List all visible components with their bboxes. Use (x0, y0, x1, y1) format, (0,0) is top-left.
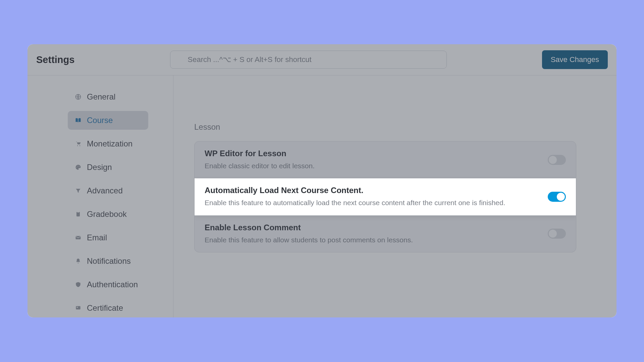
sidebar-item-label: Certificate (87, 303, 123, 313)
filter-icon (74, 187, 82, 194)
sidebar-item-certificate[interactable]: Certificate (68, 299, 148, 317)
clipboard-icon (74, 210, 82, 218)
settings-window: Settings Save Changes GeneralCourseMonet… (28, 44, 616, 317)
badge-icon (74, 304, 82, 312)
setting-title: WP Editor for Lesson (205, 149, 538, 158)
save-changes-button[interactable]: Save Changes (542, 50, 608, 69)
sidebar-item-design[interactable]: Design (68, 158, 148, 177)
svg-rect-6 (76, 212, 80, 216)
toggle-knob (549, 156, 557, 164)
setting-row: Enable Lesson CommentEnable this feature… (195, 216, 576, 252)
bell-icon (74, 257, 82, 265)
sidebar-item-label: Email (87, 233, 107, 242)
sidebar-item-label: Notifications (87, 256, 131, 266)
setting-text: Automatically Load Next Course Content.E… (205, 186, 548, 207)
toggle-switch[interactable] (548, 229, 566, 239)
sidebar-item-label: Course (87, 116, 113, 125)
setting-row: WP Editor for LessonEnable classic edito… (195, 141, 576, 178)
svg-point-5 (79, 166, 80, 167)
svg-point-4 (77, 166, 78, 167)
globe-icon (74, 93, 82, 101)
search-wrap (88, 51, 528, 69)
sidebar-item-general[interactable]: General (68, 87, 148, 106)
toggle-switch[interactable] (548, 192, 566, 202)
sidebar-item-notifications[interactable]: Notifications (68, 252, 148, 270)
palette-icon (74, 164, 82, 171)
sidebar-item-advanced[interactable]: Advanced (68, 181, 148, 200)
svg-point-3 (76, 167, 77, 168)
header: Settings Save Changes (28, 44, 616, 75)
body: GeneralCourseMonetizationDesignAdvancedG… (28, 75, 616, 317)
setting-description: Enable classic editor to edit lesson. (205, 161, 538, 171)
svg-point-1 (77, 145, 78, 146)
sidebar: GeneralCourseMonetizationDesignAdvancedG… (28, 75, 173, 317)
setting-description: Enable this feature to allow students to… (205, 235, 538, 245)
shield-icon (74, 281, 82, 288)
toggle-knob (549, 230, 557, 238)
search-box (170, 51, 447, 69)
sidebar-item-label: General (87, 92, 115, 102)
mail-icon (74, 234, 82, 241)
svg-point-2 (79, 145, 80, 146)
svg-rect-8 (76, 236, 81, 239)
toggle-switch[interactable] (548, 155, 566, 165)
search-input[interactable] (170, 51, 447, 69)
main-panel: Lesson WP Editor for LessonEnable classi… (173, 75, 616, 317)
sidebar-item-label: Authentication (87, 280, 138, 289)
svg-rect-7 (77, 212, 79, 213)
sidebar-item-monetization[interactable]: Monetization (68, 134, 148, 153)
sidebar-item-email[interactable]: Email (68, 228, 148, 247)
toggle-knob (557, 193, 565, 201)
cart-icon (74, 140, 82, 147)
page-title: Settings (36, 54, 74, 65)
settings-card: WP Editor for LessonEnable classic edito… (194, 141, 576, 252)
sidebar-item-label: Gradebook (87, 209, 127, 219)
sidebar-item-authentication[interactable]: Authentication (68, 275, 148, 294)
setting-row: Automatically Load Next Course Content.E… (195, 178, 576, 215)
setting-title: Enable Lesson Comment (205, 223, 538, 232)
setting-text: WP Editor for LessonEnable classic edito… (205, 149, 548, 171)
sidebar-item-label: Advanced (87, 186, 123, 195)
svg-rect-9 (76, 306, 80, 309)
svg-rect-10 (77, 307, 78, 308)
setting-text: Enable Lesson CommentEnable this feature… (205, 223, 548, 245)
setting-description: Enable this feature to automatically loa… (205, 198, 538, 207)
sidebar-item-gradebook[interactable]: Gradebook (68, 205, 148, 224)
sidebar-item-label: Monetization (87, 139, 132, 148)
book-icon (74, 117, 82, 124)
sidebar-item-course[interactable]: Course (68, 111, 148, 130)
section-title: Lesson (194, 122, 576, 132)
sidebar-item-label: Design (87, 163, 112, 172)
setting-title: Automatically Load Next Course Content. (205, 186, 538, 195)
